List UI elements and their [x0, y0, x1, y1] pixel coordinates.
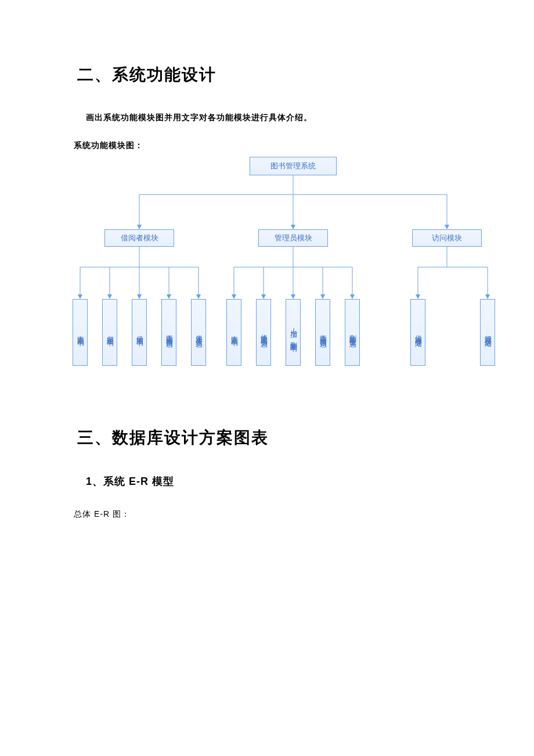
section-3-subheading: 1、系统 E-R 模型: [86, 474, 534, 488]
leaf-admin-1: 修改图书信息: [256, 299, 271, 366]
section-3-heading: 三、数据库设计方案图表: [77, 427, 534, 449]
leaf-access-1: 管理员登陆: [480, 299, 495, 366]
svg-marker-11: [78, 294, 82, 299]
leaf-borrower-2: 借阅图书: [132, 299, 147, 366]
er-caption: 总体 E-R 图：: [74, 509, 534, 520]
leaf-admin-0: 查询图书: [226, 299, 241, 366]
node-borrower-module: 借阅者模块: [104, 229, 174, 247]
diagram-caption: 系统功能模块图：: [74, 141, 534, 151]
leaf-admin-4: 删除学生信息: [345, 299, 360, 366]
leaf-borrower-0: 查询图书: [73, 299, 88, 366]
leaf-borrower-4: 注册个人信息: [191, 299, 206, 366]
node-admin-module: 管理员模块: [258, 229, 328, 247]
leaf-admin-2: 增加/删除图书: [286, 299, 301, 366]
svg-marker-37: [485, 294, 490, 299]
svg-marker-29: [320, 294, 325, 299]
svg-marker-15: [137, 294, 142, 299]
function-module-diagram: 图书管理系统 借阅者模块 管理员模块 访问模块 查询图书 归还图书 借阅图书 查…: [46, 157, 499, 386]
leaf-borrower-3: 查询借阅信息: [161, 299, 176, 366]
svg-marker-27: [291, 294, 295, 299]
svg-marker-19: [196, 294, 201, 299]
section-2-heading: 二、系统功能设计: [77, 64, 534, 86]
svg-marker-5: [291, 225, 295, 229]
svg-marker-35: [416, 294, 420, 299]
node-root: 图书管理系统: [250, 157, 337, 175]
svg-marker-13: [107, 294, 112, 299]
svg-marker-7: [445, 225, 449, 229]
leaf-admin-3: 查询借阅信息: [315, 299, 330, 366]
leaf-access-0: 借阅者登陆: [410, 299, 425, 366]
svg-marker-23: [232, 294, 236, 299]
section-2-intro: 画出系统功能模块图并用文字对各功能模块进行具体介绍。: [86, 113, 534, 123]
svg-marker-3: [137, 225, 142, 229]
svg-marker-17: [167, 294, 171, 299]
svg-marker-25: [261, 294, 266, 299]
node-access-module: 访问模块: [412, 229, 482, 247]
svg-marker-31: [350, 294, 355, 299]
leaf-borrower-1: 归还图书: [102, 299, 117, 366]
